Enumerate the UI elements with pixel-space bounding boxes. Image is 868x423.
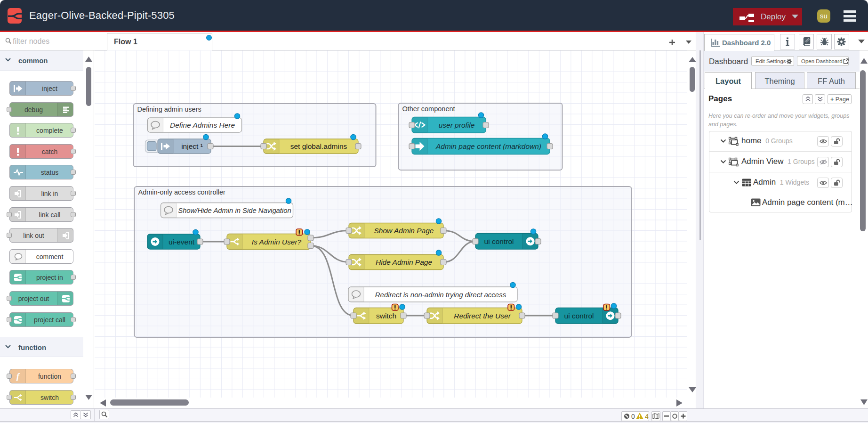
svg-text:inject ¹: inject ¹ (181, 142, 203, 150)
svg-text:Admin-only access controller: Admin-only access controller (138, 188, 226, 196)
svg-text:ui-event: ui-event (169, 238, 195, 246)
svg-text:Define Admins Here: Define Admins Here (170, 121, 235, 129)
svg-text:Show Admin Page: Show Admin Page (374, 227, 434, 235)
svg-text:Admin page content (markdown): Admin page content (markdown) (435, 142, 541, 150)
svg-text:set global.admins: set global.admins (290, 142, 347, 150)
svg-text:f: f (16, 372, 20, 381)
svg-text:Show/Hide Admin in Side Naviga: Show/Hide Admin in Side Navigation (178, 207, 291, 214)
svg-text:Defining admin users: Defining admin users (137, 106, 201, 113)
svg-text:Redirect the User: Redirect the User (454, 312, 511, 320)
svg-text:Hide Admin Page: Hide Admin Page (376, 258, 432, 266)
svg-text:Redirect is non-admin trying d: Redirect is non-admin trying direct acce… (375, 291, 506, 299)
svg-text:switch: switch (376, 312, 396, 320)
svg-text:Is Admin User?: Is Admin User? (252, 238, 302, 246)
svg-text:ui control: ui control (564, 312, 594, 320)
svg-text:ui control: ui control (484, 237, 514, 245)
svg-text:Other component: Other component (402, 105, 455, 113)
svg-text:user profile: user profile (439, 121, 475, 129)
